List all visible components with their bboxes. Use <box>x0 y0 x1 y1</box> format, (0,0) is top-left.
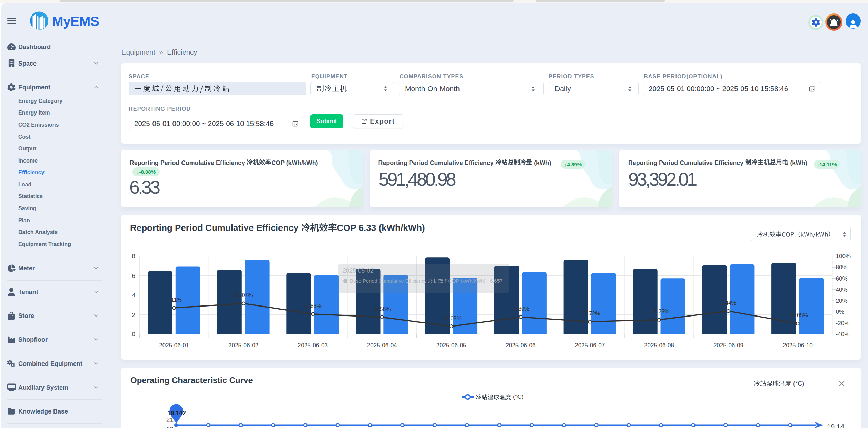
svg-text:2025-06-07: 2025-06-07 <box>575 342 605 349</box>
svg-text:COP (kWh/kWh) - 6.657: COP (kWh/kWh) - 6.657 <box>448 278 503 284</box>
svg-text:19.14: 19.14 <box>827 423 844 428</box>
svg-text:2025-06-02: 2025-06-02 <box>228 342 258 349</box>
svg-text:-14.25%: -14.25% <box>649 309 670 314</box>
svg-text:2025-06-06: 2025-06-06 <box>505 342 535 349</box>
svg-text:4: 4 <box>132 292 135 299</box>
svg-text:2025-06-03: 2025-06-03 <box>298 342 328 349</box>
svg-text:0: 0 <box>132 331 135 338</box>
svg-text:-3.88%: -3.88% <box>304 303 322 309</box>
svg-text:18: 18 <box>166 426 174 428</box>
svg-text:15.07%: 15.07% <box>234 292 253 298</box>
svg-text:19.142: 19.142 <box>167 410 186 417</box>
svg-text:2025-06-04: 2025-06-04 <box>367 342 397 349</box>
svg-text:0%: 0% <box>836 309 845 315</box>
svg-text:-20%: -20% <box>836 320 850 327</box>
svg-text:-40%: -40% <box>836 331 850 338</box>
svg-text:8: 8 <box>132 253 135 260</box>
svg-text:60%: 60% <box>836 275 848 282</box>
svg-text:2025-06-08: 2025-06-08 <box>644 342 674 349</box>
svg-text:1.44%: 1.44% <box>721 300 736 306</box>
svg-text:2025-06-10: 2025-06-10 <box>783 342 813 349</box>
svg-text:20%: 20% <box>836 298 848 304</box>
svg-text:21: 21 <box>166 416 174 424</box>
svg-text:80%: 80% <box>836 264 848 271</box>
svg-text:2025-05-02: 2025-05-02 <box>343 267 374 274</box>
svg-text:2025-06-09: 2025-06-09 <box>713 342 743 349</box>
svg-text:2025-06-01: 2025-06-01 <box>159 342 189 349</box>
svg-text:6: 6 <box>132 273 135 279</box>
svg-text:-17.72%: -17.72% <box>580 311 600 317</box>
svg-text:40%: 40% <box>836 286 848 293</box>
svg-text:100%: 100% <box>836 253 851 260</box>
svg-text:-9.58%: -9.58% <box>373 306 391 312</box>
svg-text:-9.30%: -9.30% <box>512 306 530 312</box>
svg-text:2025-06-05: 2025-06-05 <box>436 342 466 349</box>
svg-text:Base Period Cumulative Efficie: Base Period Cumulative Efficiency <box>350 278 427 284</box>
svg-text:2: 2 <box>132 312 135 318</box>
svg-text:7.11%: 7.11% <box>167 297 182 303</box>
svg-text:-21.05%: -21.05% <box>787 312 808 318</box>
svg-text:-26.05%: -26.05% <box>441 315 462 321</box>
